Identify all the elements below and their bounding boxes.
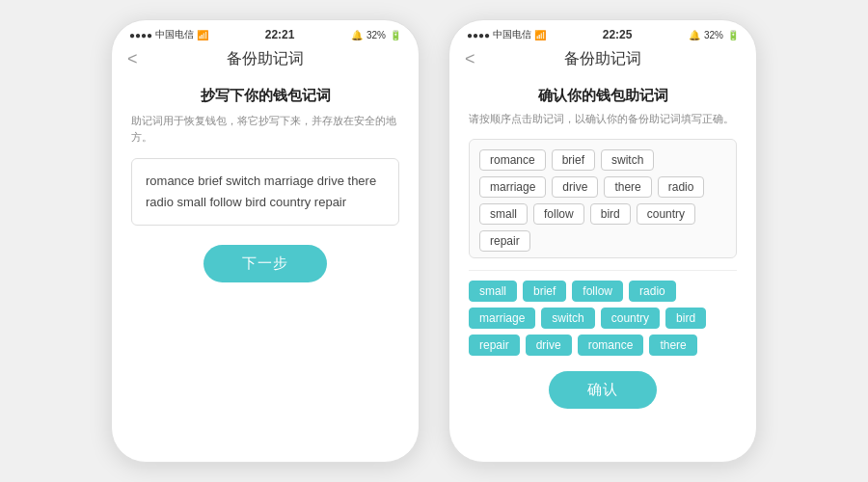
selected-word-tag[interactable]: follow — [533, 203, 584, 225]
selected-word-tag[interactable]: repair — [479, 230, 530, 252]
pool-word-tag[interactable]: marriage — [469, 308, 535, 329]
pool-word-tag[interactable]: radio — [629, 281, 676, 302]
sub-text-1: 助记词用于恢复钱包，将它抄写下来，并存放在安全的地方。 — [131, 113, 399, 145]
confirm-title: 确认你的钱包助记词 — [469, 87, 737, 105]
pool-word-tag[interactable]: small — [469, 281, 517, 302]
time-1: 22:21 — [265, 28, 295, 41]
nav-bar-1: < 备份助记词 — [112, 45, 419, 77]
pool-word-tag[interactable]: follow — [572, 281, 623, 302]
time-2: 22:25 — [603, 28, 633, 41]
status-bar-2: ●●●● 中国电信 📶 22:25 🔔 32% 🔋 — [449, 20, 756, 45]
battery-pct-1: 32% — [366, 30, 386, 40]
confirm-button[interactable]: 确认 — [549, 371, 657, 409]
screen-content-1: 抄写下你的钱包记词 助记词用于恢复钱包，将它抄写下来，并存放在安全的地方。 ro… — [112, 77, 419, 462]
carrier-label-1: 中国电信 — [155, 28, 194, 41]
phones-container: ●●●● 中国电信 📶 22:21 🔔 32% 🔋 < 备份助记词 抄写下你的钱… — [92, 0, 776, 482]
status-right-1: 🔔 32% 🔋 — [351, 30, 401, 40]
pool-word-tag[interactable]: switch — [541, 308, 594, 329]
signal-icon: ●●●● — [129, 30, 152, 40]
mnemonic-box: romance brief switch marriage drive ther… — [131, 158, 399, 226]
selected-word-tag[interactable]: bird — [590, 203, 631, 225]
wifi-icon-1: 📶 — [197, 30, 208, 40]
carrier-label-2: 中国电信 — [493, 28, 531, 41]
nav-title-1: 备份助记词 — [227, 49, 304, 69]
screen-content-2: 确认你的钱包助记词 请按顺序点击助记词，以确认你的备份助记词填写正确。 roma… — [449, 77, 756, 462]
selected-word-tag[interactable]: country — [637, 203, 695, 225]
wifi-icon-2: 📶 — [534, 30, 546, 40]
pool-word-tag[interactable]: romance — [578, 335, 644, 356]
back-button-2[interactable]: < — [465, 49, 475, 69]
status-right-2: 🔔 32% 🔋 — [689, 30, 739, 40]
nav-bar-2: < 备份助记词 — [449, 45, 756, 77]
selected-word-tag[interactable]: radio — [658, 176, 705, 198]
pool-word-tag[interactable]: there — [649, 335, 696, 356]
status-left-2: ●●●● 中国电信 📶 — [467, 28, 546, 41]
main-title-1: 抄写下你的钱包记词 — [131, 87, 399, 105]
selected-word-tag[interactable]: brief — [552, 149, 595, 171]
confirm-sub: 请按顺序点击助记词，以确认你的备份助记词填写正确。 — [469, 111, 737, 127]
selected-word-tag[interactable]: switch — [601, 149, 654, 171]
battery-pct-2: 32% — [704, 30, 723, 40]
phone-1: ●●●● 中国电信 📶 22:21 🔔 32% 🔋 < 备份助记词 抄写下你的钱… — [111, 19, 420, 463]
selected-word-tag[interactable]: drive — [552, 176, 598, 198]
battery-icon-1: 🔋 — [390, 30, 401, 40]
signal-icon-2: ●●●● — [467, 30, 490, 40]
pool-word-tag[interactable]: drive — [526, 335, 572, 356]
selected-word-tag[interactable]: small — [479, 203, 528, 225]
selected-word-tag[interactable]: there — [604, 176, 651, 198]
pool-word-tag[interactable]: repair — [469, 335, 520, 356]
word-pool: smallbrieffollowradiomarriageswitchcount… — [469, 281, 737, 356]
word-selection-area: romancebriefswitchmarriagedrivethereradi… — [469, 139, 737, 258]
nav-title-2: 备份助记词 — [564, 49, 641, 69]
divider — [469, 270, 737, 271]
pool-word-tag[interactable]: brief — [523, 281, 566, 302]
volume-icon-2: 🔔 — [689, 30, 700, 40]
phone-2: ●●●● 中国电信 📶 22:25 🔔 32% 🔋 < 备份助记词 确认你的钱包… — [448, 19, 757, 463]
back-button-1[interactable]: < — [127, 49, 138, 69]
volume-icon-1: 🔔 — [351, 30, 363, 40]
next-button[interactable]: 下一步 — [203, 245, 327, 282]
selected-word-tag[interactable]: romance — [479, 149, 546, 171]
pool-word-tag[interactable]: country — [601, 308, 660, 329]
status-bar-1: ●●●● 中国电信 📶 22:21 🔔 32% 🔋 — [112, 20, 419, 45]
selected-word-tag[interactable]: marriage — [479, 176, 546, 198]
pool-word-tag[interactable]: bird — [665, 308, 706, 329]
battery-icon-2: 🔋 — [727, 30, 739, 40]
status-left-1: ●●●● 中国电信 📶 — [129, 28, 208, 41]
